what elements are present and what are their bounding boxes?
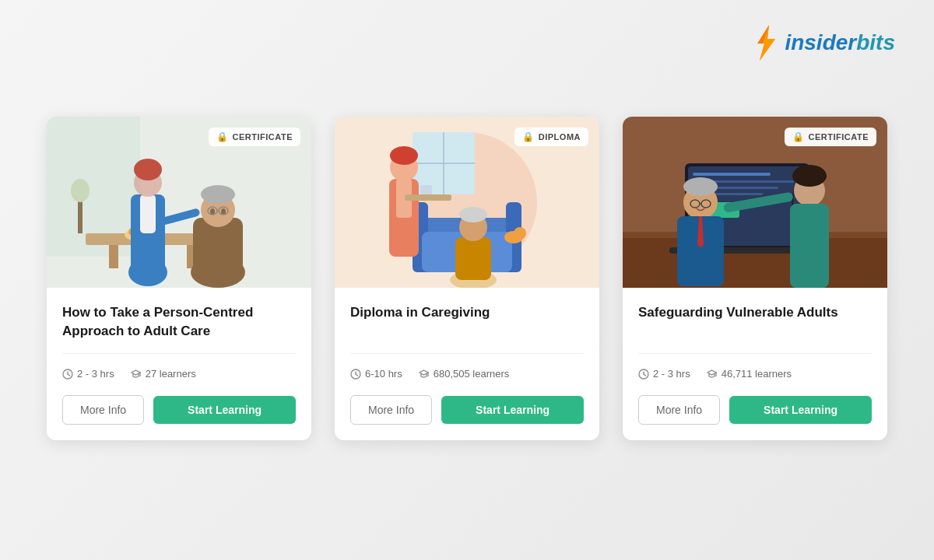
clock-icon-2 (350, 369, 361, 380)
learners-icon-3 (706, 369, 718, 380)
divider-1 (62, 353, 296, 354)
course-meta-2: 6-10 hrs 680,505 learners (350, 368, 584, 380)
svg-point-23 (71, 179, 90, 202)
svg-rect-52 (420, 185, 432, 194)
course-meta-3: 2 - 3 hrs 46,711 learners (638, 368, 872, 380)
course-card-1: 🔒 CERTIFICATE How to Take a Person-Centr… (47, 117, 311, 440)
more-info-button-3[interactable]: More Info (638, 395, 720, 425)
divider-2 (350, 353, 584, 354)
svg-point-14 (210, 208, 215, 215)
learners-2: 680,505 learners (418, 368, 510, 380)
logo: insiderbits (746, 23, 895, 62)
page-background: insiderbits (0, 0, 934, 560)
card-body-3: Safeguarding Vulnerable Adults 2 - 3 hrs (623, 288, 887, 440)
learners-3: 46,711 learners (706, 368, 792, 380)
course-title-3: Safeguarding Vulnerable Adults (638, 303, 872, 341)
svg-point-75 (792, 165, 827, 187)
badge-3: 🔒 CERTIFICATE (785, 128, 876, 146)
card-body-2: Diploma in Caregiving 6-10 hrs (335, 288, 599, 440)
start-learning-button-1[interactable]: Start Learning (153, 396, 296, 424)
learners-icon-2 (418, 369, 430, 380)
svg-point-15 (221, 208, 226, 215)
duration-2: 6-10 hrs (350, 368, 402, 380)
logo-icon (746, 23, 785, 62)
card-actions-3: More Info Start Learning (638, 395, 872, 425)
course-card-3: 🔒 CERTIFICATE Safeguarding Vulnerable Ad… (623, 117, 887, 440)
clock-icon-3 (638, 369, 649, 380)
course-card-2: 🔒 DIPLOMA Diploma in Caregiving 6-10 hrs (335, 117, 599, 440)
course-title-1: How to Take a Person-Centred Approach to… (62, 303, 296, 341)
svg-point-20 (134, 159, 162, 180)
duration-3: 2 - 3 hrs (638, 368, 690, 380)
card-body-1: How to Take a Person-Centred Approach to… (47, 288, 311, 440)
certificate-icon-1: 🔒 (216, 131, 229, 142)
svg-rect-42 (455, 237, 491, 280)
svg-point-50 (390, 146, 418, 165)
svg-rect-6 (109, 245, 118, 268)
duration-1: 2 - 3 hrs (62, 368, 114, 380)
svg-point-46 (514, 227, 526, 240)
more-info-button-1[interactable]: More Info (62, 395, 144, 425)
start-learning-button-3[interactable]: Start Learning (729, 396, 872, 424)
card-image-1: 🔒 CERTIFICATE (47, 117, 311, 288)
clock-icon-1 (62, 369, 73, 380)
svg-rect-61 (693, 173, 771, 176)
svg-line-55 (356, 374, 358, 376)
more-info-button-2[interactable]: More Info (350, 395, 432, 425)
svg-line-80 (644, 374, 646, 376)
diploma-icon-2: 🔒 (522, 131, 535, 142)
svg-point-13 (201, 185, 235, 204)
course-meta-1: 2 - 3 hrs 27 learners (62, 368, 296, 380)
svg-line-29 (68, 374, 70, 376)
start-learning-button-2[interactable]: Start Learning (441, 396, 584, 424)
card-image-3: 🔒 CERTIFICATE (623, 117, 887, 288)
svg-rect-76 (790, 204, 829, 288)
divider-3 (638, 353, 872, 354)
svg-rect-18 (140, 194, 156, 233)
badge-2: 🔒 DIPLOMA (514, 128, 588, 146)
course-title-2: Diploma in Caregiving (350, 303, 584, 341)
svg-point-68 (683, 177, 718, 196)
svg-rect-51 (405, 194, 451, 201)
logo-text: insiderbits (785, 30, 895, 55)
learners-icon-1 (130, 369, 142, 380)
svg-point-44 (459, 207, 487, 222)
badge-1: 🔒 CERTIFICATE (209, 128, 300, 146)
card-actions-2: More Info Start Learning (350, 395, 584, 425)
card-image-2: 🔒 DIPLOMA (335, 117, 599, 288)
learners-1: 27 learners (130, 368, 196, 380)
card-actions-1: More Info Start Learning (62, 395, 296, 425)
certificate-icon-3: 🔒 (792, 131, 805, 142)
cards-container: 🔒 CERTIFICATE How to Take a Person-Centr… (0, 117, 934, 440)
